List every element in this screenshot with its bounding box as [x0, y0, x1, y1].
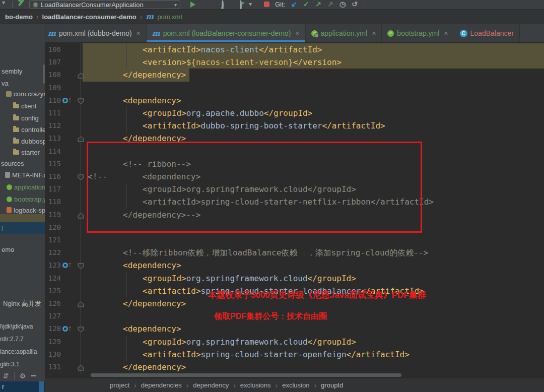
git-push-icon[interactable]: ↗	[315, 0, 321, 8]
code-line[interactable]: 128↑<dependency>	[45, 322, 544, 335]
project-tree-item[interactable]: iance:aopallia	[0, 347, 45, 357]
git-commit-icon[interactable]: ✓	[303, 0, 309, 8]
breadcrumb: bo-demo›loadBalancer-consumer-demo›mpom.…	[0, 10, 544, 24]
project-tree-item[interactable]: META-INF.d	[0, 170, 45, 180]
build-hammer-icon[interactable]	[17, 1, 25, 9]
code-line[interactable]: 123↑<dependency>	[45, 259, 544, 272]
xml-breadcrumb-item[interactable]: project	[110, 381, 129, 389]
code-line[interactable]: 122<!--移除ribbon依赖，增加loadBalance依赖 ，添加spr…	[45, 246, 544, 259]
fold-marker[interactable]	[78, 325, 84, 335]
editor-tab[interactable]: application.yml×	[306, 24, 382, 42]
code-line[interactable]: 106<artifactId>nacos-client</artifactId>	[45, 43, 544, 56]
code-line[interactable]: 129<groupId>org.springframework.cloud</g…	[45, 336, 544, 348]
project-tree-item[interactable]: ntlr:2.7.7	[0, 334, 45, 344]
code-line[interactable]: 124<groupId>org.springframework.cloud</g…	[45, 272, 544, 285]
code-line[interactable]: 121	[45, 234, 544, 246]
project-tree-item[interactable]: client	[0, 101, 45, 111]
code-token: </dependency>	[123, 70, 186, 80]
tab-close-icon[interactable]: ×	[444, 29, 448, 37]
code-line[interactable]: 111<groupId>org.apache.dubbo</groupId>	[45, 107, 544, 119]
tab-close-icon[interactable]: ×	[295, 29, 299, 37]
editor-tab[interactable]: CLoadBalancer	[454, 24, 520, 42]
editor-tab[interactable]: mpom.xml (loadBalancer-consumer-demo)×	[147, 24, 306, 42]
git-rollback-icon[interactable]: ↺	[352, 0, 358, 8]
breadcrumb-item[interactable]: pom.xml	[157, 13, 182, 21]
code-text: <artifactId>nacos-client</artifactId>	[143, 43, 322, 56]
tab-close-icon[interactable]: ×	[372, 29, 376, 37]
xml-breadcrumb-item[interactable]: dependency	[193, 381, 229, 389]
popup-scrollbar[interactable]	[39, 381, 44, 392]
horizontal-scrollbar[interactable]	[91, 373, 401, 377]
git-update-icon[interactable]: ↙	[291, 0, 297, 8]
git-history-icon[interactable]: ◷	[339, 0, 346, 8]
rerun-button[interactable]	[240, 0, 242, 10]
logback-file-icon	[7, 207, 12, 213]
bottom-left-popup[interactable]: r	[0, 381, 44, 392]
override-indicator-icon[interactable]: ↑	[62, 262, 74, 269]
code-line[interactable]: 131</dependency>	[45, 361, 544, 373]
xml-breadcrumb-item[interactable]: dependencies	[141, 381, 182, 389]
code-line[interactable]: 107<version>${nacos-client-verson}</vers…	[45, 56, 544, 69]
editor-tab[interactable]: mpom.xml (dubbo-demo)×	[42, 24, 147, 42]
code-editor[interactable]: 本题收录于5000页史诗级《尼恩Java面试宝典》PDF集群 领取PDF集群公号…	[45, 43, 544, 378]
breadcrumb-item[interactable]: bo-demo	[5, 13, 33, 21]
code-line[interactable]: 112<artifactId>dubbo-spring-boot-starter…	[45, 119, 544, 132]
project-tree-item[interactable]: Nginx 高并发	[0, 299, 45, 309]
project-tree-item[interactable]: starter	[0, 147, 45, 157]
fold-marker[interactable]	[78, 212, 84, 221]
sync-scroll-icon[interactable]: ⇵	[3, 372, 9, 379]
xml-breadcrumb-item[interactable]: groupId	[321, 381, 343, 389]
xml-breadcrumb-item[interactable]: exclusion	[282, 381, 309, 389]
rerun-dropdown-icon[interactable]: ▾	[249, 1, 252, 8]
code-line[interactable]: 109	[45, 82, 544, 94]
toolbar-dropdown-icon[interactable]: ▾	[2, 0, 5, 6]
project-tree-item[interactable]: logback-spr	[0, 205, 45, 215]
fold-marker[interactable]	[78, 72, 84, 81]
code-text: <artifactId>dubbo-spring-boot-starter</a…	[143, 119, 385, 132]
project-tree-item[interactable]: sembly	[0, 66, 45, 76]
tree-item-label: emo	[2, 246, 14, 253]
override-indicator-icon[interactable]: ↑	[62, 325, 74, 333]
project-tree-item[interactable]: config	[0, 113, 45, 123]
project-tree-item[interactable]: va	[0, 78, 45, 88]
hide-panel-icon[interactable]	[31, 375, 36, 376]
editor-tab[interactable]: bootstrap.yml×	[382, 24, 454, 42]
tree-item-label: l	[2, 225, 3, 232]
fold-marker[interactable]	[78, 300, 84, 309]
stop-button[interactable]	[264, 2, 269, 7]
project-tree-item[interactable]: sources	[0, 158, 45, 168]
xml-breadcrumb-item[interactable]: exclusions	[240, 381, 271, 389]
maven-icon: m	[152, 30, 160, 37]
run-button[interactable]	[190, 2, 195, 8]
project-tree-item[interactable]: controlle	[0, 124, 45, 135]
project-tree-item[interactable]: emo	[0, 244, 45, 254]
profiler-button[interactable]	[222, 0, 224, 10]
project-tree-item[interactable]: bootstrap.y	[0, 194, 45, 204]
project-tree-item[interactable]: glib:3.1	[0, 359, 45, 369]
project-tree-item[interactable]: l	[0, 222, 45, 234]
code-line[interactable]: 130<artifactId>spring-cloud-starter-open…	[45, 348, 544, 361]
project-tree-item[interactable]: l\jdk\jdk\java	[0, 321, 45, 332]
fold-marker[interactable]	[78, 97, 84, 106]
project-tree-item[interactable]: dubbosp	[0, 136, 45, 146]
tab-label: pom.xml (loadBalancer-consumer-demo)	[163, 29, 291, 37]
fold-marker[interactable]	[78, 135, 84, 144]
git-fetch-icon[interactable]: ↗	[327, 0, 333, 8]
tree-item-label: dubbosp	[21, 138, 45, 145]
gear-icon[interactable]: ⚙	[20, 372, 26, 379]
code-line[interactable]: 108</dependency>	[45, 69, 544, 81]
fold-marker[interactable]	[78, 262, 84, 271]
run-configuration-selector[interactable]: LoadBalancerConsumerApplication ▾	[29, 0, 180, 9]
fold-marker[interactable]	[78, 173, 84, 182]
project-tree-item[interactable]: com.crazym	[0, 89, 45, 99]
code-line[interactable]: 110↑<dependency>	[45, 94, 544, 107]
project-tree-item[interactable]: application.	[0, 182, 45, 192]
breadcrumb-item[interactable]: loadBalancer-consumer-demo	[42, 13, 137, 21]
fold-marker[interactable]	[78, 364, 84, 373]
tree-item-label: ntlr:2.7.7	[0, 336, 24, 343]
line-number: 129	[45, 336, 61, 348]
override-indicator-icon[interactable]: ↑	[62, 97, 74, 104]
project-tree-item[interactable]	[0, 214, 45, 222]
tab-close-icon[interactable]: ×	[137, 29, 141, 37]
folder-icon	[13, 139, 19, 144]
